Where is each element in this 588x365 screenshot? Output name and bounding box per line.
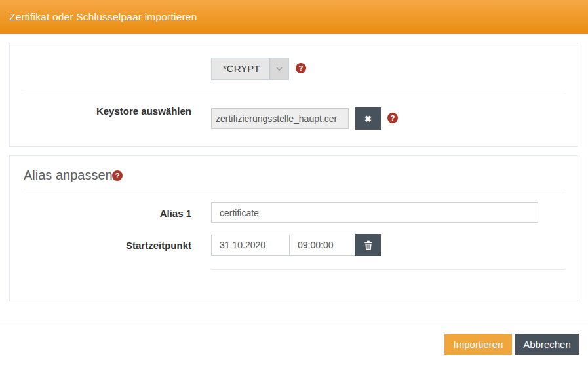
certificate-help-icon[interactable]: ?: [387, 113, 398, 123]
cancel-button[interactable]: Abbrechen: [515, 334, 579, 355]
start-label: Startzeitpunkt: [10, 240, 191, 251]
footer-divider: [0, 320, 588, 320]
alias-panel: Alias anpassen ? Alias 1 Startzeitpunkt: [9, 155, 578, 301]
certificate-file-input[interactable]: [211, 108, 349, 129]
keystore-help-icon[interactable]: ?: [296, 63, 306, 73]
dialog-title: Zertifikat oder Schlüsselpaar importiere…: [9, 0, 197, 34]
start-time-input[interactable]: [289, 235, 355, 256]
row-divider: [211, 269, 565, 270]
keystore-label: Keystore auswählen: [10, 106, 191, 117]
row-divider: [24, 92, 565, 92]
import-panel: Keystore auswählen *CRYPT ? Zertifikat /…: [9, 43, 578, 147]
alias-section-title: Alias anpassen: [24, 168, 113, 183]
keystore-select[interactable]: *CRYPT: [211, 58, 289, 80]
section-divider: [24, 189, 565, 189]
chevron-down-icon: [269, 58, 288, 79]
alias1-label: Alias 1: [10, 208, 191, 219]
alias1-input[interactable]: [211, 202, 538, 223]
clear-file-button[interactable]: ✖: [355, 107, 381, 130]
import-button[interactable]: Importieren: [444, 334, 512, 355]
keystore-select-value: *CRYPT: [223, 58, 260, 79]
delete-start-button[interactable]: [355, 234, 381, 256]
start-date-input[interactable]: [211, 235, 290, 256]
trash-icon: [364, 240, 373, 250]
close-icon: ✖: [364, 115, 372, 123]
dialog-header: Zertifikat oder Schlüsselpaar importiere…: [0, 0, 588, 34]
alias-help-icon[interactable]: ?: [112, 170, 123, 181]
